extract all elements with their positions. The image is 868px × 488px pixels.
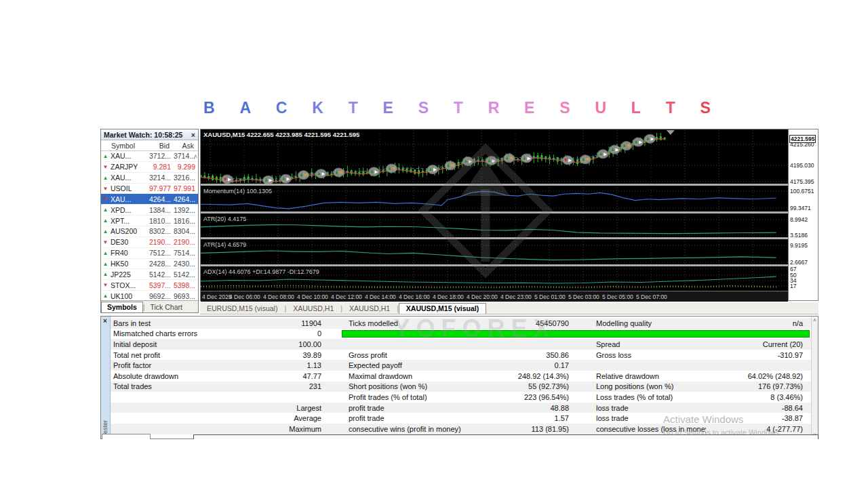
results-row[interactable]: Total net profit39.89Gross profit350.86G… <box>111 350 812 361</box>
market-watch-row[interactable]: ▲FR407512...7514... <box>101 248 198 259</box>
chart-window[interactable]: XAUUSD,M15 4222.655 4223.985 4221.595 42… <box>200 129 818 301</box>
results-row[interactable]: Bars in test11904Ticks modelled45450790M… <box>111 318 812 329</box>
market-watch-titlebar[interactable]: Market Watch: 10:58:25 × <box>101 129 198 140</box>
arrow-up-icon: ▲ <box>101 261 110 267</box>
stat-value: 223 (96.54%) <box>469 393 569 401</box>
title-letter: T <box>349 99 358 117</box>
symbol-name: XAU... <box>110 152 144 160</box>
svg-text:ATR(14) 4.6579: ATR(14) 4.6579 <box>203 241 246 248</box>
results-row[interactable]: Profit factor1.13Expected payoff0.17 <box>111 360 812 371</box>
ask-value: 5142... <box>171 270 195 279</box>
results-row[interactable]: Total trades231Short positions (won %)55… <box>111 382 812 392</box>
scale-label: 99.3471 <box>790 205 811 211</box>
chart-tab-xauusd-h1[interactable]: XAUUSD,H1 <box>342 304 397 314</box>
stat-value: 45450790 <box>469 319 569 327</box>
title-letter: U <box>595 99 606 117</box>
market-watch-row[interactable]: ▼XAU...4264...4264... <box>101 194 198 205</box>
stat-label: Gross profit <box>346 351 469 359</box>
market-watch-tab-tick-chart[interactable]: Tick Chart <box>145 302 188 312</box>
arrow-down-icon: ▼ <box>101 164 110 170</box>
chart-tab-xauusd-m15-visual-[interactable]: XAUUSD,M15 (visual) <box>399 303 486 314</box>
time-axis-label: 4 Dec 10:00 <box>297 293 328 300</box>
stat-label: Total net profit <box>111 351 249 359</box>
symbol-name: STOX... <box>110 281 144 289</box>
arrow-up-icon: ▲ <box>101 153 110 159</box>
time-axis-label: 4 Dec 12:00 <box>331 293 362 300</box>
market-watch-row[interactable]: ▲XAU...3214...3216... <box>101 173 198 184</box>
results-row[interactable]: Mismatched charts errors0 <box>111 329 812 340</box>
market-watch-row[interactable]: ▼ZARJPY9.2819.299 <box>101 162 198 173</box>
market-watch-tabs: Symbols|Tick Chart <box>101 300 198 312</box>
results-row[interactable]: Averageprofit trade1.57loss trade-38.87 <box>111 413 812 424</box>
results-row[interactable]: Maximumconsecutive wins (profit in money… <box>111 424 812 434</box>
bid-value: 1384... <box>144 206 171 214</box>
chart-tab-xauusd-h1[interactable]: XAUUSD,H1 <box>286 304 340 314</box>
scale-label: 4215.260 <box>790 141 814 148</box>
arrow-up-icon: ▲ <box>101 175 110 181</box>
market-watch-row[interactable]: ▲HK502428...2430... <box>101 259 198 270</box>
close-icon[interactable]: × <box>103 317 107 325</box>
stat-label: Loss trades (% of total) <box>593 393 706 401</box>
results-row[interactable]: Initial deposit100.00SpreadCurrent (20) <box>111 339 812 350</box>
close-icon[interactable]: × <box>191 131 195 139</box>
chart-plot[interactable]: XAUUSD,M15 4222.655 4223.985 4221.595 42… <box>201 129 788 291</box>
time-axis-label: 5 Dec 07:00 <box>636 293 667 300</box>
time-axis-label: 5 Dec 05:00 <box>602 293 633 300</box>
market-watch-row[interactable]: ▼STOX...5397...5398... <box>101 280 198 291</box>
ask-value: 9693... <box>171 292 195 300</box>
tester-results-panel: × Tester Bars in test11904Ticks modelled… <box>100 316 818 439</box>
stat-value: 0.17 <box>469 361 569 369</box>
market-watch-row[interactable]: ▲XPT...1810...1816... <box>101 216 198 226</box>
scroll-up-icon[interactable]: ˄ <box>194 153 197 160</box>
market-watch-row[interactable]: ▲JP2255142...5142... <box>101 269 198 280</box>
results-scrollbar[interactable]: ˄ ˅ <box>811 317 818 439</box>
stat-value: 0 <box>249 329 321 338</box>
price-scale[interactable]: 4221.5954215.2604195.0304175.395100.6751… <box>788 129 818 300</box>
stat-value: 176 (97.73%) <box>706 382 803 390</box>
results-row[interactable]: Absolute drawdown47.77Maximal drawdown24… <box>111 371 812 382</box>
results-row[interactable]: Profit trades (% of total)223 (96.54%)Lo… <box>111 392 812 403</box>
stat-label: loss trade <box>593 404 706 412</box>
title-letter: S <box>701 99 711 117</box>
column-ask[interactable]: Ask <box>171 142 195 150</box>
stat-label: Profit factor <box>111 361 249 369</box>
time-axis-label: 4 Dec 08:00 <box>263 293 294 300</box>
market-watch-row[interactable]: ▲XAU...3712...3714... <box>101 151 198 162</box>
chart-tab-eurusd-m15-visual-[interactable]: EURUSD,M15 (visual) <box>200 304 284 314</box>
bid-value: 3712... <box>144 152 171 160</box>
bid-value: 2428... <box>144 260 171 268</box>
ask-value: 2190... <box>171 238 195 246</box>
title-letter: S <box>559 99 570 117</box>
market-watch-row[interactable]: ▲XPD...1384...1392... <box>101 205 198 216</box>
time-axis[interactable]: 4 Dec 20254 Dec 06:004 Dec 08:004 Dec 10… <box>201 291 788 302</box>
stat-value: 248.92 (14.3%) <box>469 372 569 380</box>
scroll-up-icon[interactable]: ˄ <box>813 317 816 323</box>
market-watch-tab-symbols[interactable]: Symbols <box>101 302 143 312</box>
ask-value: 9.299 <box>171 163 195 171</box>
stat-value: 64.02% (248.92) <box>706 372 803 380</box>
market-watch-row[interactable]: ▼DE302190...2190... <box>101 237 198 248</box>
market-watch-row[interactable]: ▲AUS2008302...8304... <box>101 226 198 237</box>
scale-label: 17 <box>790 283 796 289</box>
stat-value: 1.57 <box>469 414 569 422</box>
stat-label: Maximal drawdown <box>346 372 469 380</box>
ask-value: 7514... <box>171 249 195 257</box>
market-watch-rows: ▲XAU...3712...3714...▼ZARJPY9.2819.299▲X… <box>101 151 198 302</box>
time-axis-label: 4 Dec 20:00 <box>467 293 498 300</box>
time-axis-label: 4 Dec 23:00 <box>500 293 532 300</box>
column-symbol[interactable]: Symbol <box>110 142 144 150</box>
market-watch-row[interactable]: ▼USOIL97.97797.991 <box>101 184 198 195</box>
results-row[interactable]: Largestprofit trade48.88loss trade-88.64 <box>111 403 812 413</box>
stat-label: consecutive losses (loss in money) <box>593 425 706 433</box>
stat-value: Current (20) <box>706 340 803 348</box>
stat-value: n/a <box>706 319 803 327</box>
symbol-name: AUS200 <box>110 227 144 235</box>
title-letter: E <box>383 99 393 117</box>
bid-value: 1810... <box>144 217 171 225</box>
symbol-name: XAU... <box>110 174 144 182</box>
bid-value: 2190... <box>144 238 171 246</box>
svg-text:Momentum(14) 100.1305: Momentum(14) 100.1305 <box>203 188 272 195</box>
ask-value: 1816... <box>171 217 195 225</box>
stat-label: Absolute drawdown <box>111 372 249 380</box>
column-bid[interactable]: Bid <box>144 142 171 150</box>
